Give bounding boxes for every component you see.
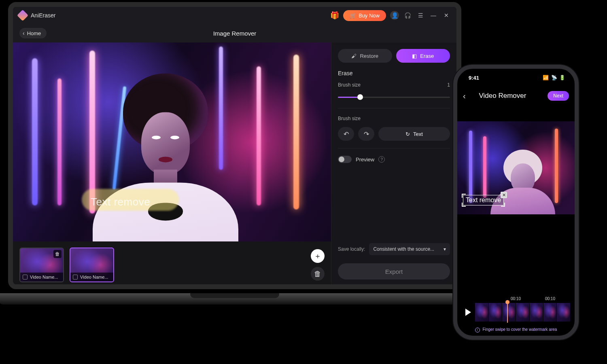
brush-icon: 🖌 bbox=[351, 53, 357, 59]
app-name: AniEraser bbox=[31, 12, 55, 19]
brush-size-slider[interactable] bbox=[338, 93, 450, 101]
thumbnail-checkbox[interactable] bbox=[23, 275, 28, 279]
erase-mode-button[interactable]: ◧ Erase bbox=[396, 49, 450, 63]
phone-header: ‹ Video Remover Next bbox=[457, 87, 575, 105]
main-area: Text remove 🗑 Video Name... bbox=[13, 42, 456, 284]
account-icon[interactable]: 👤 bbox=[390, 11, 399, 20]
watermark-overlay-text: Text remove bbox=[91, 196, 150, 208]
next-button[interactable]: Next bbox=[548, 91, 569, 101]
menu-icon[interactable]: ☰ bbox=[416, 11, 425, 20]
video-timeline: 00:10 00:10 bbox=[457, 296, 575, 322]
phone-page-title: Video Remover bbox=[461, 92, 545, 100]
thumbnail-item[interactable]: Video Name... bbox=[70, 248, 114, 282]
playhead[interactable] bbox=[507, 302, 508, 323]
timeline-frame[interactable] bbox=[502, 303, 516, 322]
support-icon[interactable]: 🎧 bbox=[403, 11, 412, 20]
add-media-button[interactable]: ＋ bbox=[311, 249, 325, 263]
phone-notch bbox=[494, 74, 538, 84]
export-label: Export bbox=[385, 268, 403, 275]
erase-section-title: Erase bbox=[338, 70, 450, 76]
timeline-time-current: 00:10 bbox=[511, 296, 521, 301]
brush-size-value: 1 bbox=[447, 82, 450, 88]
save-locally-label: Save locally: bbox=[338, 246, 365, 252]
timeline-frame[interactable] bbox=[557, 303, 571, 322]
erase-label: Erase bbox=[420, 53, 434, 59]
restore-label: Restore bbox=[360, 53, 378, 59]
timeline-frame[interactable] bbox=[489, 303, 503, 322]
selection-close-icon[interactable]: ✕ bbox=[501, 192, 507, 198]
thumbnail-label: Video Name... bbox=[80, 275, 108, 279]
hint-label: Finger swipe to cover the watermark area bbox=[482, 327, 557, 332]
gift-icon[interactable]: 🎁 bbox=[330, 11, 339, 20]
thumbnail-delete-icon[interactable]: 🗑 bbox=[53, 250, 62, 258]
phone-frame: 9:41 📶 📡 🔋 ‹ Video Remover Next Text rem… bbox=[453, 65, 579, 340]
status-indicators-icon: 📶 📡 🔋 bbox=[543, 75, 566, 80]
brush-size-label: Brush size bbox=[338, 82, 361, 88]
subject-figure bbox=[503, 150, 542, 186]
home-label: Home bbox=[27, 30, 41, 36]
subject-figure bbox=[89, 74, 242, 241]
info-icon: i bbox=[475, 328, 480, 332]
laptop-frame: AniEraser 🎁 🛒 Buy Now 👤 🎧 ☰ — ✕ ‹ Home I… bbox=[8, 2, 461, 301]
selection-text: Text remove bbox=[466, 197, 501, 203]
timeline-time-total: 00:10 bbox=[545, 296, 555, 301]
thumbnail-actions: ＋ 🗑 bbox=[311, 249, 325, 281]
home-button[interactable]: ‹ Home bbox=[19, 28, 47, 38]
thumbnail-label: Video Name... bbox=[30, 275, 58, 279]
thumbnail-row: 🗑 Video Name... Video Name... bbox=[13, 245, 331, 284]
timeline-frame[interactable] bbox=[516, 303, 530, 322]
canvas-zone: Text remove 🗑 Video Name... bbox=[13, 42, 331, 284]
laptop-base bbox=[0, 293, 471, 305]
timeline-frame[interactable] bbox=[543, 303, 557, 322]
neon-tube-icon bbox=[293, 55, 299, 210]
text-tool-button[interactable]: ↻ Text bbox=[378, 127, 450, 141]
refresh-icon: ↻ bbox=[405, 131, 410, 137]
buy-now-label: Buy Now bbox=[359, 13, 380, 19]
divider bbox=[338, 108, 450, 108]
delete-media-button[interactable]: 🗑 bbox=[311, 267, 325, 281]
selection-handle-icon[interactable] bbox=[462, 203, 466, 207]
preview-toggle[interactable] bbox=[338, 156, 352, 163]
preview-label: Preview bbox=[356, 157, 374, 163]
slider-thumb-icon[interactable] bbox=[357, 94, 363, 100]
page-title: Image Remover bbox=[213, 30, 257, 37]
top-bar: AniEraser 🎁 🛒 Buy Now 👤 🎧 ☰ — ✕ bbox=[13, 7, 456, 24]
sub-bar: ‹ Home Image Remover bbox=[13, 24, 456, 42]
selection-box[interactable]: Text remove ✕ bbox=[463, 195, 504, 205]
app-logo-icon bbox=[17, 10, 28, 21]
chevron-down-icon: ▾ bbox=[444, 246, 446, 252]
export-button[interactable]: Export bbox=[338, 263, 450, 279]
thumbnail-item[interactable]: 🗑 Video Name... bbox=[19, 248, 64, 282]
help-icon[interactable]: ? bbox=[378, 156, 385, 163]
undo-button[interactable]: ↶ bbox=[338, 127, 354, 141]
neon-tube-icon bbox=[257, 66, 261, 205]
selection-handle-icon[interactable] bbox=[501, 203, 505, 207]
thumbnail-checkbox[interactable] bbox=[73, 275, 78, 279]
laptop-screen: AniEraser 🎁 🛒 Buy Now 👤 🎧 ☰ — ✕ ‹ Home I… bbox=[8, 2, 461, 289]
editor-canvas[interactable]: Text remove bbox=[13, 42, 331, 241]
chevron-left-icon: ‹ bbox=[23, 30, 25, 36]
tools-panel: 🖌 Restore ◧ Erase Erase Brush size 1 bbox=[331, 42, 456, 284]
redo-button[interactable]: ↷ bbox=[358, 127, 374, 141]
timeline-frame[interactable] bbox=[475, 303, 489, 322]
save-format-dropdown[interactable]: Consistent with the source... ▾ bbox=[369, 243, 450, 255]
cart-icon: 🛒 bbox=[350, 13, 356, 19]
selection-handle-icon[interactable] bbox=[462, 194, 466, 198]
minimize-icon[interactable]: — bbox=[429, 11, 438, 20]
text-tool-label: Text bbox=[413, 131, 423, 137]
brush-size-label-2: Brush size bbox=[338, 116, 361, 121]
eraser-icon: ◧ bbox=[412, 53, 417, 59]
close-icon[interactable]: ✕ bbox=[442, 11, 451, 20]
status-time: 9:41 bbox=[469, 75, 479, 81]
neon-tube-icon bbox=[32, 58, 38, 205]
restore-mode-button[interactable]: 🖌 Restore bbox=[338, 49, 392, 63]
buy-now-button[interactable]: 🛒 Buy Now bbox=[343, 10, 386, 21]
phone-canvas[interactable]: Text remove ✕ bbox=[457, 121, 575, 214]
neon-tube-icon bbox=[57, 78, 62, 206]
timeline-frame[interactable] bbox=[530, 303, 543, 322]
save-format-value: Consistent with the source... bbox=[373, 246, 434, 252]
play-button[interactable] bbox=[465, 309, 471, 316]
hint-text: i Finger swipe to cover the watermark ar… bbox=[457, 327, 575, 332]
divider bbox=[338, 148, 450, 148]
